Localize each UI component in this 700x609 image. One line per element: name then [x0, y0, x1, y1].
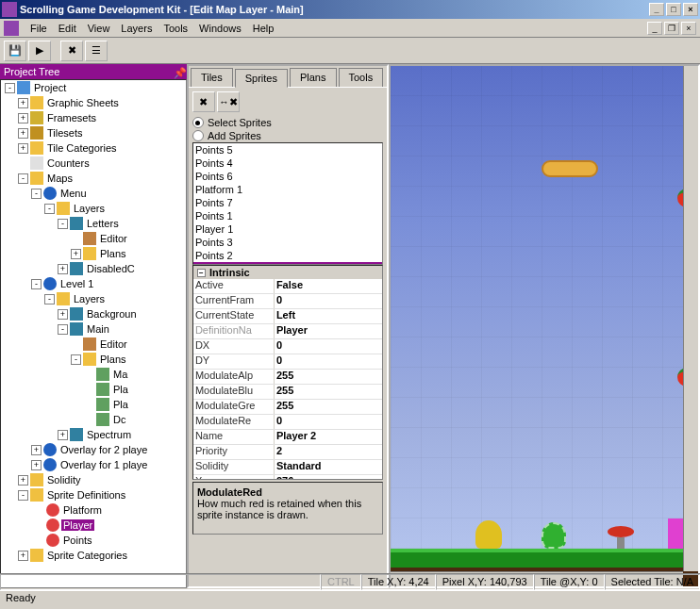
tree-node[interactable]: +DisabledC [1, 261, 186, 276]
property-value[interactable]: 276 [275, 475, 382, 480]
tree-node[interactable]: -Menu [1, 186, 186, 201]
menu-view[interactable]: View [82, 21, 116, 36]
expand-icon[interactable]: + [31, 460, 42, 470]
tree-node[interactable]: +Backgroun [1, 306, 186, 321]
tab-tools[interactable]: Tools [339, 68, 384, 87]
expand-icon[interactable]: - [71, 354, 81, 365]
tree-node[interactable]: +Overlay for 1 playe [1, 457, 186, 472]
property-value[interactable]: Player [275, 324, 382, 338]
expand-icon[interactable]: - [31, 279, 42, 289]
vertical-scrollbar[interactable] [683, 66, 698, 571]
property-value[interactable]: 0 [275, 294, 382, 308]
expand-icon[interactable]: + [18, 475, 28, 486]
property-value[interactable]: False [275, 279, 382, 293]
expand-icon[interactable]: + [18, 98, 28, 108]
menu-windows[interactable]: Windows [193, 21, 247, 36]
property-row[interactable]: ModulateBlu255 [193, 385, 382, 400]
tree-node[interactable]: -Project [1, 80, 186, 95]
property-row[interactable]: DY0 [193, 354, 382, 370]
tree-node[interactable]: Player [1, 518, 186, 533]
tree-node[interactable]: Editor [1, 337, 186, 352]
minimize-button[interactable]: _ [649, 3, 664, 16]
expand-icon[interactable]: + [18, 113, 28, 123]
tree-node[interactable]: Pla [1, 382, 186, 397]
list-item[interactable]: Points 4 [193, 156, 382, 170]
close-button[interactable]: × [683, 3, 698, 16]
select-sprites-radio[interactable]: Select Sprites [192, 116, 383, 129]
expand-icon[interactable]: - [5, 83, 15, 93]
tree-node[interactable]: Counters [1, 156, 186, 171]
mdi-minimize-button[interactable]: _ [647, 22, 662, 35]
collapse-icon[interactable]: − [197, 269, 206, 277]
tab-sprites[interactable]: Sprites [235, 69, 288, 88]
property-value[interactable]: Standard [275, 460, 382, 474]
tree-node[interactable]: -Plans [1, 352, 186, 367]
tree-node[interactable]: Platform [1, 502, 186, 518]
mdi-close-button[interactable]: × [681, 22, 696, 35]
expand-icon[interactable]: + [58, 430, 68, 440]
pin-icon[interactable]: 📌 [174, 67, 183, 76]
snap-button[interactable]: ↔✖ [217, 91, 240, 112]
list-item[interactable]: Points 7 [193, 196, 382, 209]
delete-sprite-button[interactable]: ✖ [192, 91, 215, 112]
list-item[interactable]: Points 1 [193, 209, 382, 222]
expand-icon[interactable]: - [58, 219, 68, 229]
tree-node[interactable]: Pla [1, 397, 186, 412]
tree-node[interactable]: Editor [1, 231, 186, 246]
property-row[interactable]: X276 [193, 475, 382, 480]
property-row[interactable]: NamePlayer 2 [193, 430, 382, 445]
property-row[interactable]: ModulateGre255 [193, 400, 382, 415]
property-row[interactable]: ActiveFalse [193, 279, 382, 294]
menu-file[interactable]: File [25, 21, 53, 36]
tree-node[interactable]: -Letters [1, 216, 186, 231]
menu-help[interactable]: Help [247, 21, 280, 36]
tree-node[interactable]: +Solidity [1, 472, 186, 487]
expand-icon[interactable]: + [71, 249, 81, 259]
list-item[interactable]: Points 5 [193, 143, 382, 156]
tree-node[interactable]: +Spectrum [1, 427, 186, 442]
properties-button[interactable]: ☰ [85, 41, 108, 61]
menu-tools[interactable]: Tools [158, 21, 193, 36]
expand-icon[interactable]: - [58, 324, 68, 335]
tree-node[interactable]: -Sprite Definitions [1, 487, 186, 502]
tree-node[interactable]: +Graphic Sheets [1, 95, 186, 110]
maximize-button[interactable]: □ [666, 3, 681, 16]
expand-icon[interactable]: - [18, 490, 28, 501]
expand-icon[interactable]: + [58, 309, 68, 320]
tree-node[interactable]: -Main [1, 321, 186, 337]
property-row[interactable]: CurrentStateLeft [193, 309, 382, 324]
delete-button[interactable]: ✖ [60, 41, 83, 61]
app-menu-icon[interactable] [4, 21, 19, 36]
expand-icon[interactable]: - [31, 189, 42, 199]
tree-node[interactable]: +Framesets [1, 110, 186, 125]
tree-node[interactable]: +Tilesets [1, 125, 186, 140]
property-value[interactable]: 255 [275, 400, 382, 414]
property-value[interactable]: Left [275, 309, 382, 323]
property-row[interactable]: Priority2 [193, 445, 382, 460]
list-item[interactable]: Player 1 [193, 222, 382, 236]
property-value[interactable]: Player 2 [275, 430, 382, 444]
property-value[interactable]: 0 [275, 415, 382, 429]
expand-icon[interactable]: - [18, 173, 28, 184]
sprite-list[interactable]: Points 5Points 4Points 6Platform 1Points… [192, 142, 383, 265]
property-grid[interactable]: −Intrinsic ActiveFalseCurrentFram0Curren… [192, 265, 383, 480]
map-canvas[interactable] [389, 64, 700, 588]
list-item[interactable]: Platform 1 [193, 183, 382, 196]
property-row[interactable]: DefinitionNaPlayer [193, 324, 382, 339]
tree-node[interactable]: +Sprite Categories [1, 548, 186, 563]
tree-node[interactable]: +Tile Categories [1, 140, 186, 156]
tree-node[interactable]: Dc [1, 412, 186, 427]
property-row[interactable]: ModulateAlp255 [193, 370, 382, 385]
property-value[interactable]: 255 [275, 370, 382, 384]
tree-node[interactable]: -Layers [1, 201, 186, 216]
expand-icon[interactable]: + [58, 264, 68, 274]
tree-node[interactable]: +Overlay for 2 playe [1, 442, 186, 457]
property-row[interactable]: ModulateRe0 [193, 415, 382, 430]
list-item[interactable]: Points 6 [193, 170, 382, 183]
sprite-bumper[interactable] [608, 526, 634, 549]
expand-icon[interactable]: + [18, 143, 28, 154]
sprite-bread[interactable] [542, 160, 598, 177]
tree-node[interactable]: Ma [1, 367, 186, 382]
tab-plans[interactable]: Plans [290, 68, 337, 87]
tab-tiles[interactable]: Tiles [191, 68, 233, 87]
